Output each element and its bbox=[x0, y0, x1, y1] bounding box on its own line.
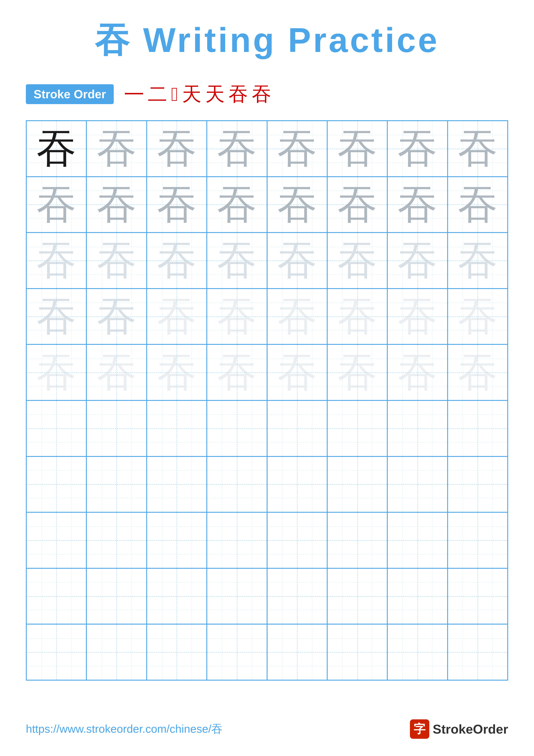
grid-cell[interactable] bbox=[147, 512, 207, 568]
grid-cell[interactable]: 吞 bbox=[387, 177, 447, 233]
grid-cell[interactable] bbox=[87, 400, 146, 456]
practice-char: 吞 bbox=[37, 353, 76, 392]
grid-cell[interactable]: 吞 bbox=[87, 344, 146, 400]
grid-cell[interactable] bbox=[267, 400, 327, 456]
grid-cell[interactable]: 吞 bbox=[267, 177, 327, 233]
practice-char: 吞 bbox=[458, 353, 497, 392]
grid-cell[interactable]: 吞 bbox=[267, 232, 327, 288]
grid-cell[interactable] bbox=[267, 512, 327, 568]
grid-cell[interactable] bbox=[267, 568, 327, 624]
grid-cell[interactable] bbox=[447, 512, 508, 568]
grid-cell[interactable] bbox=[387, 456, 447, 512]
grid-cell[interactable]: 吞 bbox=[147, 344, 207, 400]
grid-cell[interactable]: 吞 bbox=[267, 121, 327, 177]
page-title: 吞 Writing Practice bbox=[26, 17, 508, 64]
grid-cell[interactable]: 吞 bbox=[387, 288, 447, 345]
practice-char: 吞 bbox=[37, 240, 76, 281]
grid-cell[interactable]: 吞 bbox=[327, 288, 387, 345]
grid-cell[interactable]: 吞 bbox=[26, 344, 87, 400]
grid-cell[interactable]: 吞 bbox=[147, 288, 207, 345]
stroke-2: 二 bbox=[148, 81, 167, 107]
grid-cell[interactable] bbox=[147, 624, 207, 680]
grid-cell[interactable]: 吞 bbox=[147, 177, 207, 233]
footer-logo: 字 StrokeOrder bbox=[410, 719, 508, 739]
grid-cell[interactable] bbox=[327, 512, 387, 568]
grid-cell[interactable]: 吞 bbox=[26, 232, 87, 288]
grid-cell[interactable] bbox=[87, 512, 146, 568]
grid-cell[interactable]: 吞 bbox=[207, 232, 267, 288]
grid-cell[interactable]: 吞 bbox=[87, 288, 146, 345]
grid-cell[interactable] bbox=[147, 400, 207, 456]
grid-cell[interactable] bbox=[26, 456, 87, 512]
grid-cell[interactable] bbox=[207, 400, 267, 456]
grid-cell[interactable] bbox=[387, 512, 447, 568]
grid-cell[interactable] bbox=[327, 624, 387, 680]
grid-cell[interactable]: 吞 bbox=[87, 232, 146, 288]
grid-cell[interactable]: 吞 bbox=[207, 121, 267, 177]
grid-cell[interactable] bbox=[207, 456, 267, 512]
grid-cell[interactable]: 吞 bbox=[267, 288, 327, 345]
grid-cell[interactable] bbox=[447, 456, 508, 512]
footer: https://www.strokeorder.com/chinese/吞 字 … bbox=[26, 719, 508, 739]
grid-cell[interactable]: 吞 bbox=[267, 344, 327, 400]
grid-cell[interactable] bbox=[147, 456, 207, 512]
grid-cell[interactable]: 吞 bbox=[447, 121, 508, 177]
grid-cell[interactable]: 吞 bbox=[327, 232, 387, 288]
stroke-6: 吞 bbox=[229, 81, 248, 107]
grid-cell[interactable] bbox=[387, 400, 447, 456]
grid-cell[interactable] bbox=[447, 568, 508, 624]
grid-cell[interactable]: 吞 bbox=[327, 177, 387, 233]
stroke-order-row: Stroke Order ㇐ 二 𠃍 天 天 吞 吞 bbox=[26, 81, 508, 107]
grid-cell[interactable] bbox=[26, 512, 87, 568]
grid-cell[interactable] bbox=[207, 512, 267, 568]
grid-cell[interactable] bbox=[327, 456, 387, 512]
grid-cell[interactable]: 吞 bbox=[327, 121, 387, 177]
grid-cell[interactable] bbox=[26, 400, 87, 456]
grid-cell[interactable]: 吞 bbox=[207, 288, 267, 345]
grid-cell[interactable]: 吞 bbox=[207, 177, 267, 233]
grid-cell[interactable] bbox=[267, 456, 327, 512]
grid-cell[interactable] bbox=[327, 400, 387, 456]
grid-cell[interactable]: 吞 bbox=[447, 344, 508, 400]
grid-cell[interactable]: 吞 bbox=[387, 232, 447, 288]
grid-cell[interactable] bbox=[447, 400, 508, 456]
grid-cell[interactable]: 吞 bbox=[26, 288, 87, 345]
stroke-order-chars: ㇐ 二 𠃍 天 天 吞 吞 bbox=[124, 81, 271, 107]
grid-cell[interactable]: 吞 bbox=[387, 121, 447, 177]
grid-cell[interactable] bbox=[147, 568, 207, 624]
grid-cell[interactable] bbox=[26, 568, 87, 624]
practice-char: 吞 bbox=[157, 240, 197, 281]
grid-cell[interactable]: 吞 bbox=[147, 232, 207, 288]
stroke-5: 天 bbox=[205, 81, 225, 107]
practice-char: 吞 bbox=[157, 185, 197, 225]
grid-cell[interactable] bbox=[87, 456, 146, 512]
grid-cell[interactable]: 吞 bbox=[207, 344, 267, 400]
grid-cell[interactable]: 吞 bbox=[26, 177, 87, 233]
grid-cell[interactable]: 吞 bbox=[87, 121, 146, 177]
grid-cell[interactable]: 吞 bbox=[87, 177, 146, 233]
practice-grid: 吞吞吞吞吞吞吞吞吞吞吞吞吞吞吞吞吞吞吞吞吞吞吞吞吞吞吞吞吞吞吞吞吞吞吞吞吞吞吞吞 bbox=[26, 120, 508, 681]
grid-cell[interactable] bbox=[387, 624, 447, 680]
grid-cell[interactable]: 吞 bbox=[26, 121, 87, 177]
grid-cell[interactable]: 吞 bbox=[147, 121, 207, 177]
grid-cell[interactable]: 吞 bbox=[447, 177, 508, 233]
grid-cell[interactable]: 吞 bbox=[447, 288, 508, 345]
grid-cell[interactable]: 吞 bbox=[387, 344, 447, 400]
practice-char: 吞 bbox=[397, 129, 437, 169]
practice-char: 吞 bbox=[97, 240, 137, 281]
practice-char: 吞 bbox=[157, 129, 197, 169]
grid-cell[interactable] bbox=[447, 624, 508, 680]
grid-cell[interactable] bbox=[327, 568, 387, 624]
grid-cell[interactable] bbox=[387, 568, 447, 624]
practice-char: 吞 bbox=[337, 240, 377, 281]
grid-cell[interactable] bbox=[207, 568, 267, 624]
grid-cell[interactable] bbox=[267, 624, 327, 680]
grid-cell[interactable]: 吞 bbox=[447, 232, 508, 288]
grid-cell[interactable]: 吞 bbox=[327, 344, 387, 400]
footer-url[interactable]: https://www.strokeorder.com/chinese/吞 bbox=[26, 721, 222, 737]
grid-cell[interactable] bbox=[87, 568, 146, 624]
grid-cell[interactable] bbox=[87, 624, 146, 680]
stroke-3: 𠃍 bbox=[171, 83, 178, 105]
grid-cell[interactable] bbox=[26, 624, 87, 680]
grid-cell[interactable] bbox=[207, 624, 267, 680]
